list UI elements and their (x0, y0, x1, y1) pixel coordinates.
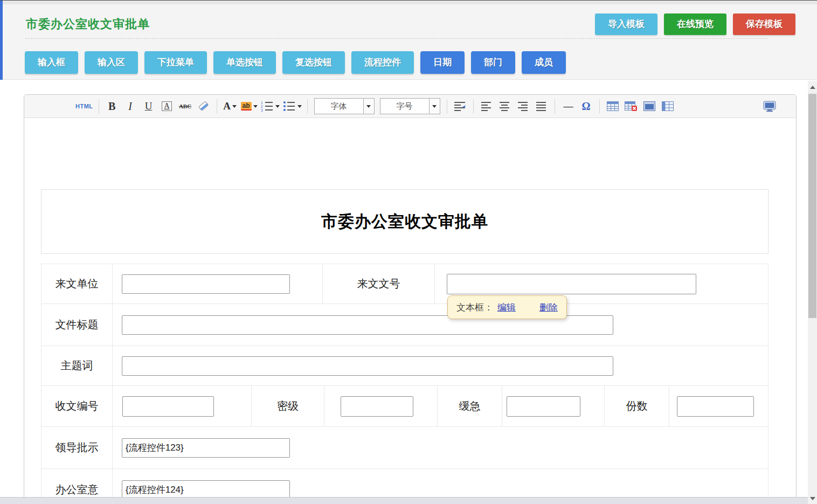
align-left-button[interactable] (479, 97, 495, 115)
delete-table-button[interactable] (623, 97, 639, 115)
widget-radio-button[interactable]: 单选按钮 (213, 51, 276, 74)
secrecy-level-input[interactable] (341, 396, 413, 417)
align-right-button[interactable] (515, 97, 531, 115)
window-top-edge (0, 0, 817, 4)
font-family-select[interactable]: 字体 (314, 98, 375, 114)
vertical-scrollbar[interactable] (808, 81, 817, 504)
svg-text:1: 1 (261, 101, 263, 105)
online-preview-button[interactable]: 在线预览 (664, 13, 726, 35)
font-color-button[interactable]: A (222, 97, 238, 115)
toolbar-separator (217, 99, 217, 114)
header-panel: 市委办公室收文审批单 导入模板 在线预览 保存模板 输入框 输入区 下拉菜单 单… (3, 4, 817, 80)
field-input-cell (669, 386, 768, 426)
toolbar-separator (599, 99, 600, 114)
insert-table-button[interactable] (605, 97, 621, 115)
richtext-editor: HTML B I U A ABC A ab 1 2 3 (24, 94, 797, 504)
chevron-down-icon (275, 105, 280, 108)
document-title: 市委办公室收文审批单 (321, 211, 488, 233)
widget-checkbox-button[interactable]: 复选按钮 (282, 51, 345, 74)
field-input-cell (113, 304, 768, 346)
arrow-up-icon (810, 86, 815, 89)
font-size-dropdown-button[interactable] (429, 99, 440, 114)
widget-input-area-button[interactable]: 输入区 (85, 51, 138, 74)
toolbar-separator (307, 99, 308, 114)
widget-date-button[interactable]: 日期 (420, 51, 465, 74)
font-family-dropdown-button[interactable] (363, 99, 374, 114)
delete-control-link[interactable]: 删除 (539, 301, 558, 314)
save-template-button[interactable]: 保存模板 (733, 13, 795, 35)
align-justify-icon (536, 101, 547, 111)
horizontal-scrollbar[interactable] (0, 497, 808, 504)
svg-text:3: 3 (261, 108, 263, 112)
field-input-cell (324, 386, 438, 426)
subject-words-input[interactable] (122, 356, 613, 376)
field-input-cell (113, 264, 323, 303)
font-size-select[interactable]: 字号 (380, 98, 440, 114)
import-template-button[interactable]: 导入模板 (595, 13, 657, 35)
boxed-a-icon: A (162, 101, 171, 111)
bold-button[interactable]: B (104, 97, 120, 115)
toolbar-separator (473, 99, 474, 114)
table-properties-button[interactable] (641, 97, 657, 115)
align-center-button[interactable] (497, 97, 513, 115)
chevron-down-icon (432, 105, 437, 108)
field-label: 来文单位 (56, 277, 99, 291)
incoming-unit-input[interactable] (122, 274, 290, 294)
widget-input-box-button[interactable]: 输入框 (25, 51, 78, 74)
widget-department-button[interactable]: 部门 (471, 51, 515, 74)
field-label: 文件标题 (56, 317, 99, 332)
special-char-button[interactable]: Ω (578, 97, 594, 115)
scrollbar-thumb[interactable] (808, 94, 816, 318)
format-style-button[interactable]: A (159, 97, 175, 115)
html-source-button[interactable]: HTML (75, 97, 94, 115)
field-label: 办公室意 (56, 482, 99, 497)
scroll-down-button[interactable] (808, 494, 817, 503)
align-left-icon (481, 101, 492, 111)
chevron-down-icon (297, 105, 302, 108)
header-actions: 导入模板 在线预览 保存模板 (595, 13, 795, 35)
field-label: 主题词 (61, 358, 93, 373)
underline-icon: U (145, 100, 153, 112)
table-row: 来文单位 来文文号 (41, 264, 768, 304)
omega-icon: Ω (582, 100, 591, 113)
strikethrough-button[interactable]: ABC (177, 97, 193, 115)
font-size-label: 字号 (380, 101, 429, 112)
urgency-input[interactable] (507, 396, 580, 417)
unordered-list-button[interactable] (282, 97, 302, 115)
indent-button[interactable] (452, 97, 468, 115)
chevron-down-icon (366, 105, 371, 108)
editor-canvas[interactable]: 市委办公室收文审批单 来文单位 来文文号 文件标题 主题词 收文编号 密级 (24, 118, 796, 504)
widget-dropdown-button[interactable]: 下拉菜单 (144, 51, 207, 74)
widget-flow-control-button[interactable]: 流程控件 (351, 51, 414, 74)
eraser-icon (198, 101, 210, 112)
leader-remarks-input[interactable] (122, 438, 290, 458)
field-label-cell: 缓急 (438, 386, 502, 426)
widget-member-button[interactable]: 成员 (522, 51, 566, 74)
horizontal-rule-button[interactable]: — (560, 97, 576, 115)
ordered-list-button[interactable]: 1 2 3 (260, 97, 280, 115)
widget-toolbar: 输入框 输入区 下拉菜单 单选按钮 复选按钮 流程控件 日期 部门 成员 (25, 51, 566, 74)
font-color-icon: A (223, 100, 231, 112)
form-table: 来文单位 来文文号 文件标题 主题词 收文编号 密级 缓急 份数 (41, 264, 768, 504)
remove-format-button[interactable] (196, 97, 212, 115)
italic-button[interactable]: I (122, 97, 139, 115)
cell-properties-button[interactable] (660, 97, 676, 115)
monitor-icon (763, 101, 776, 112)
highlight-color-button[interactable]: ab (240, 97, 258, 115)
scroll-up-button[interactable] (808, 82, 817, 92)
underline-button[interactable]: U (141, 97, 157, 115)
fullscreen-button[interactable] (761, 97, 778, 115)
header-divider (25, 38, 767, 39)
tooltip-label: 文本框： (456, 301, 493, 314)
receipt-number-input[interactable] (122, 396, 214, 417)
document-title-box: 市委办公室收文审批单 (41, 189, 768, 254)
field-label-cell: 来文文号 (323, 264, 435, 303)
copies-input[interactable] (677, 396, 754, 417)
field-label-cell: 来文单位 (41, 264, 113, 303)
arrow-down-icon (810, 497, 815, 500)
insert-table-icon (607, 101, 619, 111)
toolbar-separator (447, 99, 447, 114)
incoming-number-input[interactable] (447, 274, 696, 294)
align-justify-button[interactable] (534, 97, 550, 115)
edit-control-link[interactable]: 编辑 (497, 301, 516, 314)
